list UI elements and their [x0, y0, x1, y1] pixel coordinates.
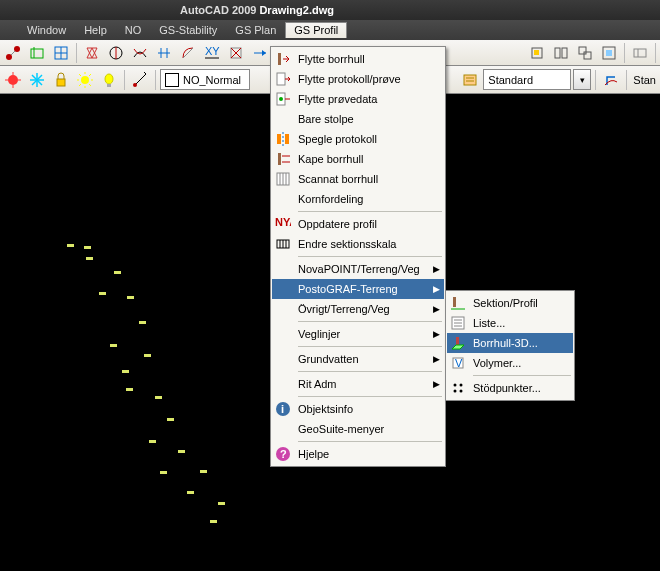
menu-item-label: Borrhull-3D... [473, 337, 538, 349]
btn-10[interactable] [225, 42, 247, 64]
btn-14[interactable] [574, 42, 596, 64]
menu-item-label: Hjelpe [298, 448, 329, 460]
menu-item-scannat-borrhull[interactable]: Scannat borrhull [272, 169, 444, 189]
btn-8[interactable] [177, 42, 199, 64]
menu-item-kornfordeling[interactable]: Kornfordeling [272, 189, 444, 209]
menu-item-label: Objektsinfo [298, 403, 353, 415]
menu-item-endre-sektionsskala[interactable]: Endre sektionsskala [272, 234, 444, 254]
menu-window[interactable]: Window [18, 22, 75, 38]
drawing-point [155, 396, 162, 399]
svg-line-48 [89, 74, 91, 76]
btn-4[interactable] [81, 42, 103, 64]
style-icon[interactable] [459, 69, 481, 91]
lock-icon[interactable] [50, 69, 72, 91]
drawing-point [110, 344, 117, 347]
menu-item-st-dpunkter-[interactable]: Stödpunkter... [447, 378, 573, 398]
menu-item-bare-stolpe[interactable]: Bare stolpe [272, 109, 444, 129]
menu-help[interactable]: Help [75, 22, 116, 38]
submenu-arrow-icon: ▶ [433, 284, 440, 294]
flytte-provedata-icon [275, 91, 291, 107]
menu-separator [473, 375, 571, 376]
menu-gs-profil[interactable]: GS Profil [285, 22, 347, 38]
menu-item-novapoint-terreng-veg[interactable]: NovaPOINT/Terreng/Veg▶ [272, 259, 444, 279]
submenu-arrow-icon: ▶ [433, 329, 440, 339]
style-dropdown-arrow[interactable]: ▾ [573, 69, 591, 90]
btn-5[interactable] [105, 42, 127, 64]
menu-item-label: Spegle protokoll [298, 133, 377, 145]
menu-no[interactable]: NO [116, 22, 151, 38]
menu-item-rit-adm[interactable]: Rit Adm▶ [272, 374, 444, 394]
btn-3[interactable] [50, 42, 72, 64]
menu-item-label: Oppdatere profil [298, 218, 377, 230]
menu-gs-stability[interactable]: GS-Stability [150, 22, 226, 38]
menu-separator [298, 371, 442, 372]
menu-item--vrigt-terreng-veg[interactable]: Övrigt/Terreng/Veg▶ [272, 299, 444, 319]
menu-gs-plan[interactable]: GS Plan [226, 22, 285, 38]
bulb-icon[interactable] [98, 69, 120, 91]
scannat-icon [275, 171, 291, 187]
menu-item-borrhull-3d-[interactable]: Borrhull-3D... [447, 333, 573, 353]
menu-separator [298, 211, 442, 212]
menu-item-kape-borrhull[interactable]: Kape borrhull [272, 149, 444, 169]
menu-item-label: Volymer... [473, 357, 521, 369]
menu-item-hjelpe[interactable]: ?Hjelpe [272, 444, 444, 464]
menu-separator [298, 396, 442, 397]
menu-item-flytte-borrhull[interactable]: Flytte borrhull [272, 49, 444, 69]
btn-16[interactable] [629, 42, 651, 64]
drawing-point [122, 370, 129, 373]
menu-item-oppdatere-profil[interactable]: NYAOppdatere profil [272, 214, 444, 234]
svg-rect-60 [277, 134, 281, 144]
submenu-arrow-icon: ▶ [433, 304, 440, 314]
btn-13[interactable] [550, 42, 572, 64]
freeze-icon[interactable] [2, 69, 24, 91]
btn-xy[interactable]: XY [201, 42, 223, 64]
svg-point-90 [454, 390, 457, 393]
thaw-icon[interactable] [26, 69, 48, 91]
menu-item-postograf-terreng[interactable]: PostoGRAF-Terreng▶ [272, 279, 444, 299]
drawing-point [139, 321, 146, 324]
btn-7[interactable] [153, 42, 175, 64]
svg-point-91 [460, 390, 463, 393]
drawing-point [144, 354, 151, 357]
svg-rect-61 [285, 134, 289, 144]
liste-icon [450, 315, 466, 331]
menu-item-label: Övrigt/Terreng/Veg [298, 303, 390, 315]
btn-12[interactable] [526, 42, 548, 64]
menu-item-sektion-profil[interactable]: Sektion/Profil [447, 293, 573, 313]
layer-name: NO_Normal [183, 74, 241, 86]
menu-item-veglinjer[interactable]: Veglinjer▶ [272, 324, 444, 344]
btn-1[interactable] [2, 42, 24, 64]
btn-2[interactable] [26, 42, 48, 64]
drawing-point [84, 246, 91, 249]
menu-item-label: Veglinjer [298, 328, 340, 340]
menu-item-geosuite-menyer[interactable]: GeoSuite-menyer [272, 419, 444, 439]
menu-item-grundvatten[interactable]: Grundvatten▶ [272, 349, 444, 369]
btn-11[interactable] [249, 42, 271, 64]
gs-profil-menu: Flytte borrhullFlytte protokoll/prøveFly… [270, 46, 446, 467]
flytte-borrhull-icon [275, 51, 291, 67]
btn-6[interactable] [129, 42, 151, 64]
layer-dropdown[interactable]: NO_Normal [160, 69, 250, 90]
menu-item-flytte-protokoll-pr-ve[interactable]: Flytte protokoll/prøve [272, 69, 444, 89]
style-dropdown[interactable]: Standard [483, 69, 571, 90]
menu-item-objektsinfo[interactable]: iObjektsinfo [272, 399, 444, 419]
menu-separator [298, 346, 442, 347]
svg-rect-40 [57, 79, 65, 86]
sun-icon[interactable] [74, 69, 96, 91]
btn-15[interactable] [598, 42, 620, 64]
drawing-point [160, 471, 167, 474]
brush-icon[interactable] [129, 69, 151, 91]
svg-rect-63 [278, 153, 281, 165]
textstyle-icon[interactable] [600, 69, 622, 91]
endre-icon [275, 236, 291, 252]
menu-item-flytte-pr-vedata[interactable]: Flytte prøvedata [272, 89, 444, 109]
menu-item-volymer-[interactable]: VVolymer... [447, 353, 573, 373]
menu-item-label: Endre sektionsskala [298, 238, 396, 250]
menu-item-spegle-protokoll[interactable]: Spegle protokoll [272, 129, 444, 149]
menu-item-label: Rit Adm [298, 378, 337, 390]
layer-color-swatch [165, 73, 179, 87]
menu-separator [298, 321, 442, 322]
menu-item-liste-[interactable]: Liste... [447, 313, 573, 333]
sektion-icon [450, 295, 466, 311]
right-label: Stan [631, 74, 658, 86]
